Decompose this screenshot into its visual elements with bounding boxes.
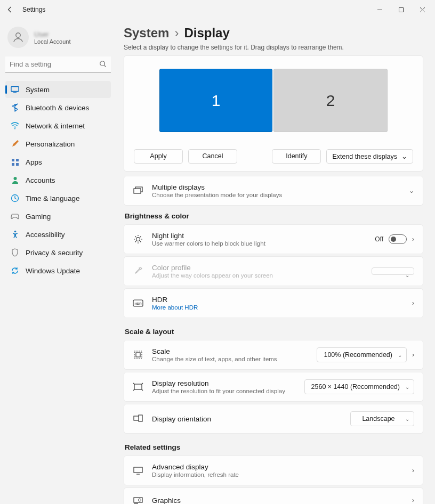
sidebar-item-accessibility[interactable]: Accessibility (5, 226, 111, 243)
card-title: HDR (152, 296, 404, 304)
sidebar-item-update[interactable]: Windows Update (5, 262, 111, 279)
svg-line-25 (140, 237, 141, 238)
account-sub: Local Account (34, 38, 71, 45)
multi-display-icon (133, 185, 143, 196)
orientation-dropdown[interactable]: Landscape⌄ (350, 411, 414, 426)
brush-icon (11, 140, 19, 148)
breadcrumb-parent[interactable]: System (124, 26, 169, 40)
window-controls (369, 2, 433, 18)
svg-point-12 (13, 177, 17, 180)
identify-button[interactable]: Identify (272, 149, 321, 164)
card-title: Advanced display (152, 463, 404, 471)
apply-button[interactable]: Apply (134, 149, 183, 164)
scale-dropdown[interactable]: 100% (Recommended)⌄ (317, 347, 407, 362)
svg-rect-5 (11, 87, 19, 92)
graphics-card[interactable]: Graphics › (124, 487, 423, 504)
minimize-button[interactable] (369, 2, 390, 18)
maximize-button[interactable] (390, 2, 412, 18)
cancel-button[interactable]: Cancel (188, 149, 237, 164)
sidebar-item-label: Gaming (26, 213, 51, 221)
advanced-display-card[interactable]: Advanced display Display information, re… (124, 456, 423, 485)
svg-point-7 (14, 128, 15, 129)
section-brightness: Brightness & color (125, 212, 423, 220)
sidebar-item-time[interactable]: Time & language (5, 190, 111, 207)
card-sub: Adjust the resolution to fit your connec… (152, 388, 296, 394)
arrow-left-icon (6, 6, 14, 13)
night-light-card[interactable]: Night light Use warmer colors to help bl… (124, 224, 423, 254)
svg-point-3 (100, 61, 105, 66)
sidebar-item-label: Apps (26, 158, 42, 166)
search-icon (99, 60, 107, 69)
sidebar-item-label: Windows Update (26, 267, 80, 275)
graphics-icon (133, 495, 143, 504)
scale-card[interactable]: Scale Change the size of text, apps, and… (124, 340, 423, 370)
back-button[interactable] (2, 2, 18, 18)
close-icon (420, 7, 425, 13)
sidebar-item-label: System (26, 86, 50, 94)
card-title: Multiple displays (152, 183, 400, 191)
svg-point-17 (136, 238, 140, 241)
chevron-right-icon: › (412, 299, 414, 307)
avatar (7, 27, 29, 48)
resolution-icon (133, 381, 143, 392)
apps-icon (11, 158, 19, 166)
hdr-card[interactable]: HDR HDR More about HDR › (124, 288, 423, 318)
card-title: Scale (152, 347, 308, 355)
sidebar-item-apps[interactable]: Apps (5, 153, 111, 170)
svg-rect-1 (399, 7, 403, 12)
monitor-icon (133, 465, 143, 476)
nav: System Bluetooth & devices Network & int… (5, 81, 111, 279)
account-name: User (34, 30, 71, 38)
update-icon (11, 266, 19, 275)
chevron-down-icon: ⌄ (401, 152, 407, 160)
card-sub: Choose the presentation mode for your di… (152, 192, 400, 198)
chevron-down-icon: ⌄ (398, 352, 402, 358)
sidebar-item-accounts[interactable]: Accounts (5, 172, 111, 189)
close-button[interactable] (412, 2, 433, 18)
wifi-icon (11, 121, 19, 130)
orientation-card[interactable]: Display orientation Landscape⌄ (124, 404, 423, 434)
monitor-2[interactable]: 2 (273, 69, 388, 132)
resolution-dropdown[interactable]: 2560 × 1440 (Recommended)⌄ (304, 379, 414, 394)
hdr-link[interactable]: More about HDR (152, 304, 404, 311)
card-title: Night light (152, 232, 366, 240)
resolution-card[interactable]: Display resolution Adjust the resolution… (124, 372, 423, 402)
search-input[interactable] (5, 56, 111, 72)
orientation-icon (133, 413, 143, 424)
extend-dropdown[interactable]: Extend these displays⌄ (326, 149, 413, 164)
chevron-down-icon: ⌄ (405, 416, 409, 422)
sidebar-item-label: Personalization (26, 140, 75, 148)
sidebar-item-privacy[interactable]: Privacy & security (5, 244, 111, 261)
night-light-toggle[interactable] (389, 234, 407, 244)
hdr-icon: HDR (133, 298, 143, 308)
card-title: Graphics (152, 497, 404, 505)
sidebar-item-system[interactable]: System (5, 81, 111, 98)
chevron-right-icon: › (412, 497, 414, 504)
sidebar-item-gaming[interactable]: Gaming (5, 208, 111, 225)
clock-icon (11, 194, 19, 202)
shield-icon (11, 248, 19, 257)
svg-rect-28 (134, 351, 142, 359)
chevron-down-icon: ⌄ (405, 272, 409, 278)
svg-rect-29 (136, 353, 140, 357)
sidebar-item-personalization[interactable]: Personalization (5, 135, 111, 152)
sidebar-item-label: Accounts (26, 176, 55, 184)
sidebar-item-bluetooth[interactable]: Bluetooth & devices (5, 99, 111, 116)
svg-point-2 (16, 33, 20, 37)
svg-rect-8 (12, 159, 14, 161)
eyedropper-icon (133, 266, 143, 277)
svg-rect-10 (12, 163, 14, 166)
svg-rect-16 (134, 189, 141, 193)
chevron-down-icon: ⌄ (409, 187, 414, 194)
account-block[interactable]: User Local Account (5, 23, 111, 55)
sidebar-item-label: Privacy & security (26, 249, 83, 257)
chevron-right-icon: › (412, 351, 414, 359)
monitor-1[interactable]: 1 (159, 69, 272, 132)
multiple-displays-card[interactable]: Multiple displays Choose the presentatio… (124, 176, 423, 206)
svg-line-22 (135, 237, 136, 238)
accessibility-icon (11, 230, 19, 239)
sidebar-item-network[interactable]: Network & internet (5, 117, 111, 134)
monitor-canvas[interactable]: 1 2 (134, 69, 413, 132)
svg-rect-9 (16, 159, 19, 161)
account-icon (11, 176, 19, 184)
